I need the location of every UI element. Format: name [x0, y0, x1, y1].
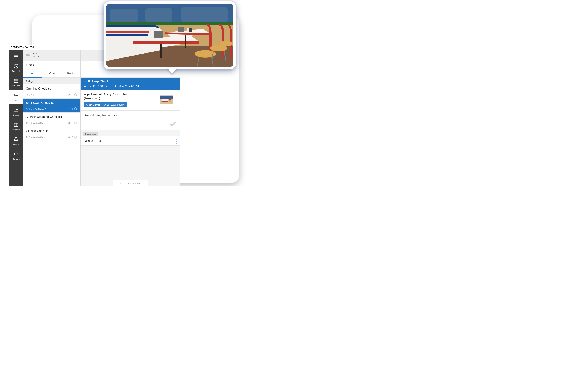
svg-point-9	[75, 136, 77, 138]
list-tabs: All Mine Revie	[23, 70, 80, 78]
svg-rect-4	[15, 140, 17, 141]
svg-point-5	[16, 154, 17, 155]
svg-rect-3	[15, 138, 17, 139]
progress-ring-icon	[74, 93, 78, 97]
svg-rect-21	[145, 8, 172, 22]
tab-review[interactable]: Revie	[61, 70, 80, 77]
progress-ring-icon	[74, 121, 78, 125]
svg-rect-1	[14, 79, 18, 83]
task-subtitle: (Take Photo)	[84, 97, 100, 100]
task-title: Sweep Dining Room Floors	[84, 113, 177, 117]
task-photo-thumb[interactable]	[160, 95, 173, 104]
book-icon	[13, 122, 19, 127]
progress-ring-icon	[74, 107, 78, 111]
svg-rect-27	[106, 34, 148, 36]
task-title: Take Out Trash	[84, 139, 177, 143]
sidebar-item-label: Library	[13, 114, 19, 116]
checklist-icon	[13, 93, 19, 98]
section-today: Today	[23, 78, 80, 84]
detail-viewed: Jun 25, 3:30 PM	[88, 84, 108, 88]
header-date: 25 Jun	[33, 55, 40, 58]
svg-point-6	[75, 93, 77, 96]
page-title: Lists	[23, 60, 80, 70]
list-item-progress: 12/12	[67, 93, 73, 96]
detail-due: Jun 25, 4:00 PM	[119, 84, 139, 88]
checkmark-icon	[169, 121, 177, 128]
sidebar-item-label: Timeclock	[12, 70, 20, 72]
svg-rect-20	[110, 9, 138, 22]
list-item-title: Opening Checklist	[26, 87, 78, 90]
list-item-title: Kitchen Cleaning Checklist	[26, 115, 78, 119]
sidebar-item-label: Schedule	[12, 85, 20, 87]
list-item-progress: 0/13	[68, 136, 73, 138]
date-sync-header: Tue 25 Jun	[23, 50, 80, 60]
cloud-icon	[26, 53, 31, 58]
sidebar-item-schedule[interactable]: Schedule	[9, 75, 23, 90]
eye-icon	[83, 84, 87, 88]
sidebar-item-logbook[interactable]: Logbook	[9, 119, 23, 134]
sidebar-item-label: Logbook	[12, 129, 20, 131]
svg-point-7	[75, 108, 77, 110]
sidebar-item-lists[interactable]: Lists	[9, 90, 23, 105]
svg-rect-37	[187, 28, 189, 32]
list-item-title: Closing Checklist	[26, 129, 78, 133]
list-item[interactable]: Kitchen Cleaning Checklist 11:59 pm (in …	[23, 113, 80, 127]
scan-qr-button[interactable]: SCAN QR CODE	[112, 180, 148, 186]
svg-rect-33	[185, 35, 186, 48]
svg-point-8	[75, 122, 77, 124]
svg-rect-23	[106, 22, 233, 25]
sidebar-item-sensors[interactable]: Sensors	[9, 148, 23, 163]
list-item[interactable]: Shift Swap Checklist 4:00 pm (in 25 min)…	[23, 99, 80, 113]
svg-point-10	[85, 86, 85, 86]
task-author-chip: Alison Gomez - Jun 25, 2019 3:35pm	[84, 103, 127, 107]
sidebar-item-labels[interactable]: Labels	[9, 134, 23, 148]
svg-rect-15	[161, 101, 168, 102]
svg-point-42	[220, 41, 233, 46]
header-day: Tue	[33, 52, 40, 55]
sidebar-item-label: Lists	[14, 99, 18, 101]
sidebar-item-timeclock[interactable]: Timeclock	[9, 60, 23, 75]
list-item-time: 9:00 am	[26, 93, 34, 96]
clock-icon	[13, 63, 19, 69]
sidebar-item-label: Labels	[13, 143, 19, 145]
status-pill: Incomplete	[83, 132, 98, 136]
task-row[interactable]: Take Out Trash •••	[80, 136, 180, 146]
progress-ring-icon	[74, 135, 78, 139]
task-menu-button[interactable]: •••	[176, 139, 178, 144]
sidebar-item-label: Sensors	[13, 158, 20, 160]
svg-rect-32	[160, 44, 161, 58]
list-item-progress: 0/15	[68, 122, 73, 124]
lists-column: Tue 25 Jun Lists All Mine Revie Today Op…	[23, 50, 80, 186]
svg-rect-17	[169, 99, 171, 100]
task-menu-button[interactable]: •••	[176, 92, 178, 98]
detail-title: Shift Swap Check	[83, 79, 177, 83]
sidebar-item-library[interactable]: Library	[9, 105, 23, 119]
list-item-title: Shift Swap Checklist	[26, 101, 78, 105]
svg-rect-22	[181, 7, 228, 22]
svg-rect-34	[154, 31, 163, 38]
list-item-time: 12:30 pm (in 8 hrs)	[26, 136, 45, 138]
tab-mine[interactable]: Mine	[42, 70, 61, 77]
calendar-icon	[13, 78, 19, 84]
menu-button[interactable]	[9, 50, 23, 60]
svg-marker-29	[133, 41, 199, 44]
task-row[interactable]: Sweep Dining Room Floors •••	[80, 111, 180, 130]
svg-rect-36	[178, 27, 184, 32]
tab-all[interactable]: All	[23, 70, 42, 78]
task-title: Wipe Down all Dining Room Tables	[84, 93, 128, 96]
hamburger-icon	[13, 52, 19, 58]
detail-header: Shift Swap Check Jun 25, 3:30 PM Jun 25,…	[80, 78, 180, 90]
list-item[interactable]: Opening Checklist 9:00 am 12/12	[23, 84, 80, 99]
alarm-icon	[115, 84, 118, 88]
printer-icon	[13, 137, 19, 142]
photo-popover	[104, 1, 236, 75]
list-item-time: 4:00 pm (in 25 min)	[26, 108, 46, 110]
folder-icon	[13, 107, 19, 113]
task-row[interactable]: Wipe Down all Dining Room Tables (Take P…	[80, 90, 180, 111]
svg-rect-14	[161, 99, 168, 102]
svg-point-16	[169, 100, 171, 103]
task-menu-button[interactable]: •••	[176, 113, 178, 119]
list-item[interactable]: Closing Checklist 12:30 pm (in 8 hrs) 0/…	[23, 127, 80, 141]
svg-rect-38	[190, 28, 191, 32]
diner-photo	[106, 4, 233, 67]
